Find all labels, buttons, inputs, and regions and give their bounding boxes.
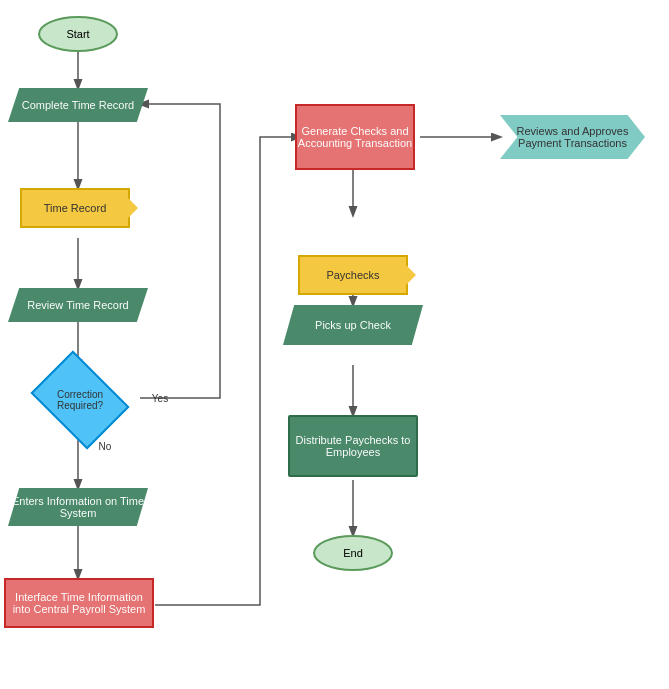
yes-label: Yes bbox=[145, 390, 175, 406]
start-node: Start bbox=[38, 16, 118, 52]
reviews-approves-label: Reviews and Approves Payment Transaction… bbox=[500, 125, 645, 149]
end-node: End bbox=[313, 535, 393, 571]
time-record-label: Time Record bbox=[44, 202, 107, 214]
interface-time-label: Interface Time Information into Central … bbox=[6, 591, 152, 615]
distribute-paychecks-node: Distribute Paychecks to Employees bbox=[288, 415, 418, 477]
interface-time-node: Interface Time Information into Central … bbox=[4, 578, 154, 628]
correction-required-node: Correction Required? bbox=[25, 360, 135, 440]
correction-required-label: Correction Required? bbox=[45, 389, 115, 411]
paychecks-node: Paychecks bbox=[298, 255, 408, 295]
review-time-record-node: Review Time Record bbox=[8, 288, 148, 322]
generate-checks-node: Generate Checks and Accounting Transacti… bbox=[295, 104, 415, 170]
enters-info-label: Enters Information on Time System bbox=[8, 495, 148, 519]
picks-up-check-label: Picks up Check bbox=[315, 319, 391, 331]
flowchart-diagram: Start Complete Time Record Time Record R… bbox=[0, 0, 669, 689]
reviews-approves-node: Reviews and Approves Payment Transaction… bbox=[500, 115, 645, 159]
generate-checks-label: Generate Checks and Accounting Transacti… bbox=[297, 125, 413, 149]
review-time-record-label: Review Time Record bbox=[27, 299, 128, 311]
enters-info-node: Enters Information on Time System bbox=[8, 488, 148, 526]
complete-time-record-label: Complete Time Record bbox=[22, 99, 135, 111]
paychecks-label: Paychecks bbox=[326, 269, 379, 281]
picks-up-check-node: Picks up Check bbox=[283, 305, 423, 345]
start-label: Start bbox=[66, 28, 89, 40]
no-label: No bbox=[90, 438, 120, 454]
complete-time-record-node: Complete Time Record bbox=[8, 88, 148, 122]
end-label: End bbox=[343, 547, 363, 559]
distribute-paychecks-label: Distribute Paychecks to Employees bbox=[290, 434, 416, 458]
time-record-node: Time Record bbox=[20, 188, 130, 228]
